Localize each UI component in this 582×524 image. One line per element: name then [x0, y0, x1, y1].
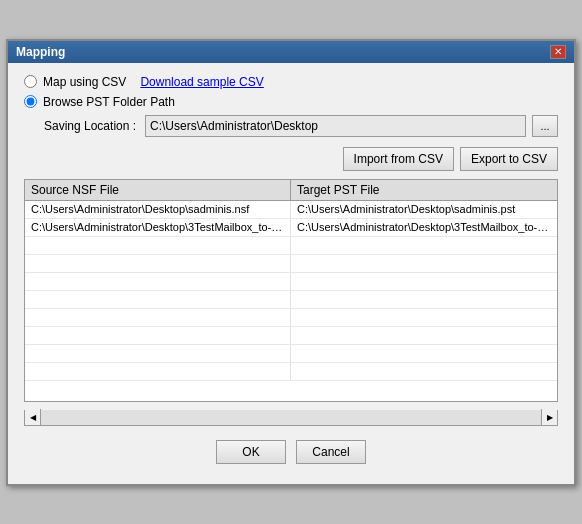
scroll-track: [41, 410, 541, 425]
map-csv-label: Map using CSV: [43, 75, 126, 89]
saving-location-input[interactable]: [145, 115, 526, 137]
empty-row: [25, 237, 557, 255]
empty-row: [25, 255, 557, 273]
empty-row: [25, 327, 557, 345]
import-export-row: Import from CSV Export to CSV: [24, 147, 558, 171]
browse-pst-row: Browse PST Folder Path: [24, 95, 558, 109]
dialog-title: Mapping: [16, 45, 65, 59]
saving-location-row: Saving Location : ...: [44, 115, 558, 137]
cancel-button[interactable]: Cancel: [296, 440, 366, 464]
empty-row: [25, 345, 557, 363]
browse-button[interactable]: ...: [532, 115, 558, 137]
map-csv-radio[interactable]: [24, 75, 37, 88]
bottom-buttons: OK Cancel: [24, 436, 558, 472]
table-body: C:\Users\Administrator\Desktop\sadminis.…: [25, 201, 557, 401]
dialog-body: Map using CSV Download sample CSV Browse…: [8, 63, 574, 484]
col1-header: Source NSF File: [25, 180, 291, 200]
mapping-table: Source NSF File Target PST File C:\Users…: [24, 179, 558, 402]
mapping-dialog: Mapping ✕ Map using CSV Download sample …: [6, 39, 576, 486]
horizontal-scrollbar[interactable]: ◀ ▶: [24, 410, 558, 426]
empty-row: [25, 363, 557, 381]
scroll-left-button[interactable]: ◀: [25, 409, 41, 425]
import-from-csv-button[interactable]: Import from CSV: [343, 147, 454, 171]
table-header: Source NSF File Target PST File: [25, 180, 557, 201]
table-row[interactable]: C:\Users\Administrator\Desktop\sadminis.…: [25, 201, 557, 219]
source-nsf-cell: C:\Users\Administrator\Desktop\3TestMail…: [25, 219, 291, 236]
table-row[interactable]: C:\Users\Administrator\Desktop\3TestMail…: [25, 219, 557, 237]
export-to-csv-button[interactable]: Export to CSV: [460, 147, 558, 171]
target-pst-cell: C:\Users\Administrator\Desktop\3TestMail…: [291, 219, 557, 236]
browse-pst-radio[interactable]: [24, 95, 37, 108]
target-pst-cell: C:\Users\Administrator\Desktop\sadminis.…: [291, 201, 557, 218]
empty-row: [25, 291, 557, 309]
browse-pst-label: Browse PST Folder Path: [43, 95, 175, 109]
title-bar: Mapping ✕: [8, 41, 574, 63]
col2-header: Target PST File: [291, 180, 557, 200]
empty-row: [25, 273, 557, 291]
ok-button[interactable]: OK: [216, 440, 286, 464]
scroll-right-button[interactable]: ▶: [541, 409, 557, 425]
close-button[interactable]: ✕: [550, 45, 566, 59]
source-nsf-cell: C:\Users\Administrator\Desktop\sadminis.…: [25, 201, 291, 218]
empty-row: [25, 309, 557, 327]
map-csv-row: Map using CSV Download sample CSV: [24, 75, 558, 89]
download-sample-link[interactable]: Download sample CSV: [140, 75, 263, 89]
saving-location-label: Saving Location :: [44, 119, 139, 133]
